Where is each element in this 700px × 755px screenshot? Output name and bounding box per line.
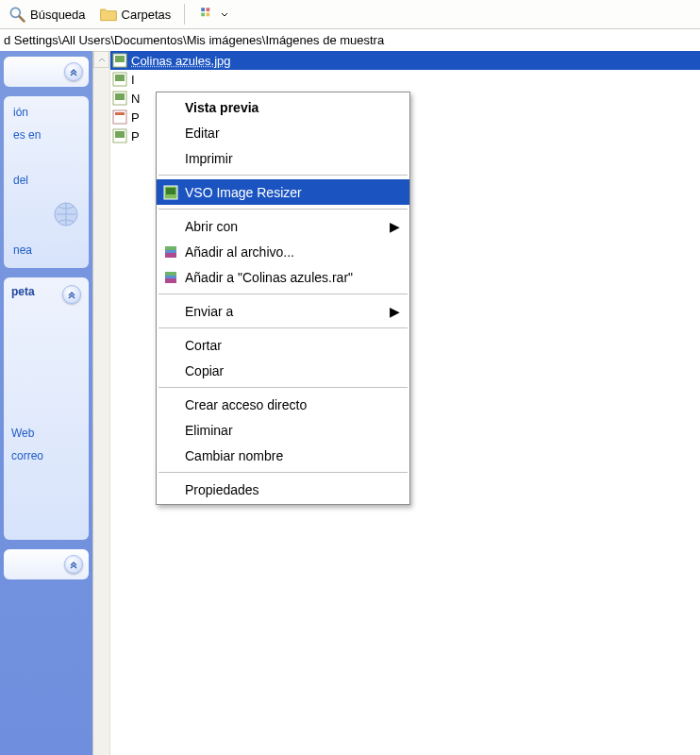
sidebar-panel-header: peta	[11, 285, 81, 304]
ctx-rename[interactable]: Cambiar nombre	[157, 443, 409, 468]
file-row[interactable]: I	[110, 70, 700, 89]
ctx-edit[interactable]: Editar	[157, 120, 409, 145]
folders-button[interactable]: Carpetas	[95, 3, 175, 25]
ctx-cut[interactable]: Cortar	[157, 332, 409, 358]
ctx-properties[interactable]: Propiedades	[157, 477, 409, 502]
file-name: P	[131, 110, 140, 125]
ctx-create-shortcut[interactable]: Crear acceso directo	[157, 392, 409, 417]
image-file-icon	[112, 91, 127, 106]
svg-rect-12	[115, 93, 125, 100]
folders-label: Carpetas	[122, 8, 172, 22]
submenu-arrow-icon: ▶	[390, 219, 400, 234]
sidebar-task-item[interactable]: es en	[13, 128, 81, 142]
address-bar[interactable]: d Settings\All Users\Documentos\Mis imág…	[0, 28, 700, 51]
context-menu: Vista previa Editar Imprimir VSO Image R…	[156, 92, 410, 505]
dropdown-arrow-icon	[221, 8, 228, 22]
winrar-icon	[162, 243, 179, 260]
file-name: N	[131, 92, 140, 106]
ctx-copy[interactable]: Copiar	[157, 358, 409, 383]
file-name: Colinas azules.jpg	[131, 54, 231, 68]
sidebar-task-item[interactable]: correo	[11, 449, 81, 462]
file-name: I	[131, 73, 135, 87]
ctx-separator	[158, 327, 408, 328]
ctx-separator	[158, 175, 408, 176]
folder-icon	[99, 5, 118, 24]
address-path: d Settings\All Users\Documentos\Mis imág…	[4, 33, 384, 47]
svg-rect-16	[115, 131, 125, 138]
ctx-separator	[158, 209, 408, 210]
svg-rect-20	[165, 246, 176, 250]
ctx-separator	[158, 472, 408, 473]
image-file-icon	[112, 128, 127, 143]
collapse-button[interactable]	[64, 555, 83, 574]
search-icon	[8, 5, 26, 24]
winrar-icon	[162, 269, 179, 286]
ctx-add-archive[interactable]: Añadir al archivo...	[157, 239, 409, 264]
search-label: Búsqueda	[30, 8, 86, 22]
sidebar-task-item[interactable]: ión	[13, 106, 81, 119]
ctx-vso-resizer[interactable]: VSO Image Resizer	[157, 179, 409, 205]
file-name: P	[131, 129, 140, 143]
scrollbar-vertical[interactable]	[93, 51, 110, 755]
ctx-add-rar[interactable]: Añadir a "Colinas azules.rar"	[157, 264, 409, 290]
collapse-button[interactable]	[62, 285, 81, 304]
sidebar-panel-collapse-top	[4, 57, 89, 87]
globe-icon	[51, 199, 81, 232]
html-file-icon	[112, 109, 127, 125]
sidebar-panel-title: peta	[11, 285, 35, 298]
scroll-up-button[interactable]	[93, 51, 109, 68]
view-icon	[198, 5, 217, 24]
sidebar-task-item[interactable]: Web	[11, 427, 81, 440]
view-button[interactable]	[194, 3, 232, 25]
ctx-delete[interactable]: Eliminar	[157, 417, 409, 443]
image-file-icon	[112, 53, 127, 68]
toolbar: Búsqueda Carpetas	[0, 0, 700, 28]
svg-rect-10	[115, 75, 125, 81]
search-button[interactable]: Búsqueda	[4, 3, 90, 25]
svg-rect-5	[207, 13, 210, 17]
ctx-print[interactable]: Imprimir	[157, 145, 409, 171]
sidebar: ión es en del nea peta Web correo	[0, 51, 92, 755]
collapse-button[interactable]	[64, 62, 83, 81]
sidebar-panel-collapse-bottom	[4, 549, 89, 579]
svg-rect-8	[115, 56, 125, 62]
sidebar-panel-tasks: ión es en del nea	[4, 96, 89, 268]
svg-rect-14	[115, 112, 125, 115]
svg-rect-4	[202, 13, 206, 17]
ctx-separator	[158, 387, 408, 388]
svg-rect-2	[202, 8, 206, 11]
toolbar-separator	[184, 4, 185, 25]
ctx-separator	[158, 294, 408, 294]
svg-rect-3	[207, 8, 210, 11]
file-row[interactable]: Colinas azules.jpg	[110, 51, 700, 70]
sidebar-panel-folder: peta Web correo	[4, 277, 89, 540]
sidebar-task-item[interactable]: del	[13, 174, 81, 187]
ctx-send-to[interactable]: Enviar a ▶	[157, 298, 409, 324]
vso-icon	[162, 184, 179, 201]
ctx-open-with[interactable]: Abrir con ▶	[157, 213, 409, 239]
submenu-arrow-icon: ▶	[390, 304, 400, 319]
image-file-icon	[112, 72, 127, 87]
svg-rect-21	[165, 250, 176, 253]
svg-rect-23	[165, 272, 176, 276]
ctx-preview[interactable]: Vista previa	[157, 94, 409, 120]
svg-rect-18	[166, 188, 175, 194]
svg-rect-24	[165, 276, 176, 278]
sidebar-task-item[interactable]: nea	[13, 243, 81, 257]
svg-line-1	[20, 17, 25, 22]
